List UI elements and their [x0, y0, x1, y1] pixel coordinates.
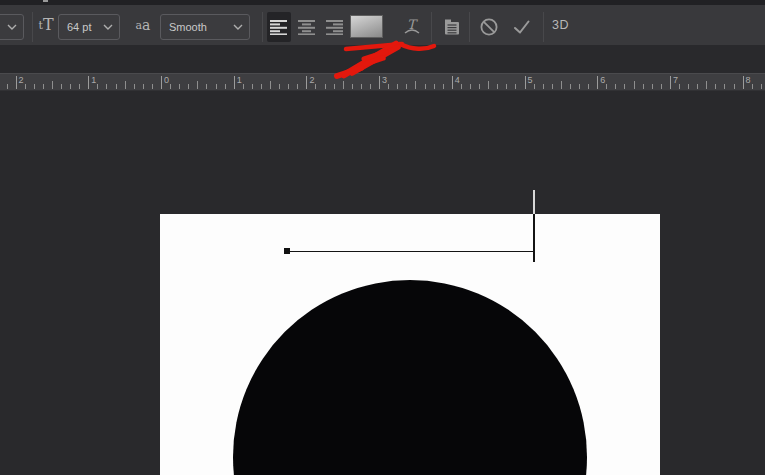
anti-alias-select[interactable]: Smooth	[160, 14, 250, 40]
horizontal-ruler[interactable]: 21012345678	[0, 73, 765, 91]
checkmark-icon	[511, 17, 533, 37]
ruler-tick	[7, 84, 8, 89]
ruler-tick	[361, 84, 362, 89]
align-center-icon	[298, 19, 316, 35]
ruler-tick	[343, 81, 344, 89]
align-left-icon	[270, 19, 288, 35]
ruler-tick	[525, 76, 526, 89]
ruler-tick	[161, 76, 162, 89]
ruler-tick	[125, 81, 126, 89]
ruler-tick	[352, 84, 353, 89]
font-size-input[interactable]: 64 pt	[58, 14, 120, 40]
chevron-down-icon	[7, 24, 17, 30]
ruler-tick	[552, 84, 553, 89]
ruler-tick	[370, 84, 371, 89]
cancel-button[interactable]	[478, 12, 500, 42]
ruler-unit-label: 5	[528, 75, 533, 85]
align-right-button[interactable]	[323, 12, 347, 42]
text-cursor-lower	[533, 214, 535, 262]
commit-button[interactable]	[510, 12, 534, 42]
text-baseline-handle	[284, 248, 290, 254]
ruler-unit-label: 2	[309, 75, 314, 85]
ruler-tick	[752, 84, 753, 89]
toolbar-separator	[262, 12, 263, 42]
ruler-tick	[588, 84, 589, 89]
toggle-panels-button[interactable]	[440, 12, 464, 42]
ruler-tick	[434, 84, 435, 89]
ruler-tick	[70, 84, 71, 89]
ruler-tick	[615, 84, 616, 89]
ruler-unit-label: 1	[91, 75, 96, 85]
ruler-tick	[415, 81, 416, 89]
ruler-tick	[406, 84, 407, 89]
ruler-tick	[606, 84, 607, 89]
toolbar-separator	[32, 12, 33, 42]
ruler-tick	[579, 84, 580, 89]
3d-button[interactable]: 3D	[552, 5, 569, 45]
font-size-icon: tT	[34, 5, 58, 45]
ruler-tick	[43, 84, 44, 89]
ruler-tick	[652, 84, 653, 89]
font-size-value: 64 pt	[59, 21, 103, 33]
ruler-unit-label: 1	[237, 75, 242, 85]
ruler-tick	[688, 84, 689, 89]
ruler-tick	[116, 84, 117, 89]
ruler-tick	[506, 84, 507, 89]
ruler-unit-label: 6	[600, 75, 605, 85]
ruler-tick	[670, 76, 671, 89]
ruler-unit-label: 0	[164, 75, 169, 85]
ruler-tick	[452, 76, 453, 89]
ruler-tick	[243, 84, 244, 89]
ruler-tick	[234, 76, 235, 89]
chevron-down-icon	[233, 24, 243, 30]
align-right-icon	[326, 19, 344, 35]
ruler-tick	[479, 84, 480, 89]
window-chrome-fragment	[43, 0, 48, 2]
toolbar-separator	[469, 12, 470, 42]
ruler-tick	[297, 84, 298, 89]
ruler-tick	[225, 84, 226, 89]
ruler-tick	[325, 84, 326, 89]
ruler-tick	[679, 84, 680, 89]
ruler-tick	[143, 84, 144, 89]
ruler-tick	[724, 84, 725, 89]
ruler-tick	[170, 84, 171, 89]
text-cursor-upper	[533, 190, 535, 214]
ruler-tick	[715, 84, 716, 89]
ruler-tick	[597, 76, 598, 89]
align-left-button[interactable]	[267, 12, 291, 42]
ruler-tick	[661, 84, 662, 89]
ruler-tick	[106, 84, 107, 89]
ruler-tick	[624, 84, 625, 89]
ruler-tick	[334, 84, 335, 89]
toolbar-separator	[431, 12, 432, 42]
align-center-button[interactable]	[295, 12, 319, 42]
text-color-swatch[interactable]	[350, 15, 383, 38]
ruler-tick	[488, 81, 489, 89]
warp-text-icon: T	[401, 16, 423, 38]
ruler-tick	[515, 84, 516, 89]
font-style-dropdown[interactable]	[0, 14, 24, 40]
ruler-tick	[25, 84, 26, 89]
ruler-tick	[461, 84, 462, 89]
ruler-tick	[61, 84, 62, 89]
ruler-tick	[379, 76, 380, 89]
ruler-tick	[497, 84, 498, 89]
warp-text-button[interactable]: T	[399, 12, 425, 42]
ruler-unit-label: 4	[455, 75, 460, 85]
ruler-tick	[79, 84, 80, 89]
ruler-tick	[97, 84, 98, 89]
ruler-tick	[252, 84, 253, 89]
ruler-tick	[279, 84, 280, 89]
ruler-tick	[634, 81, 635, 89]
ruler-tick	[743, 76, 744, 89]
ruler-tick	[425, 84, 426, 89]
ruler-tick	[570, 84, 571, 89]
ruler-tick	[288, 84, 289, 89]
ruler-unit-label: 8	[746, 75, 751, 85]
ruler-unit-label: 7	[673, 75, 678, 85]
ruler-tick	[315, 84, 316, 89]
ruler-tick	[270, 81, 271, 89]
ruler-tick	[561, 81, 562, 89]
ruler-tick	[261, 84, 262, 89]
